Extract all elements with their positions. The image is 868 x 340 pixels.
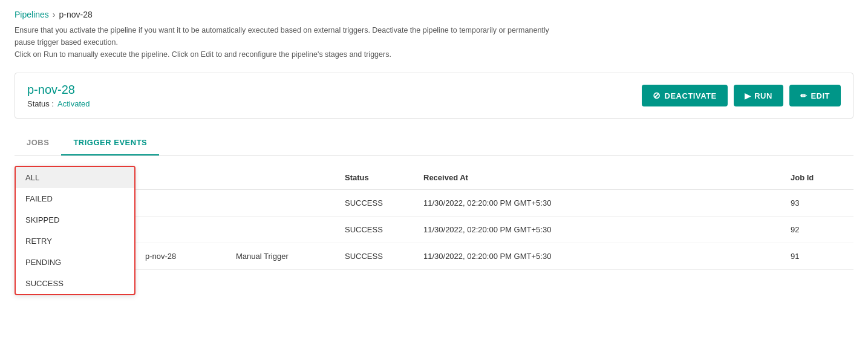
filter-option-retry[interactable]: RETRY <box>16 230 134 252</box>
edit-icon: ✏ <box>800 91 808 100</box>
left-panel: ALL FAILED SKIPPED RETRY PENDING SUCCESS <box>15 166 135 270</box>
right-panel: Status Received At Job Id SUCCESS 11/30/… <box>135 166 853 270</box>
table-row: SUCCESS 11/30/2022, 02:20:00 PM GMT+5:30… <box>135 217 853 243</box>
cell-pipeline-3: p-nov-28 <box>135 252 226 261</box>
edit-label: EDIT <box>811 91 830 100</box>
cell-received-3: 11/30/2022, 02:20:00 PM GMT+5:30 <box>414 252 781 261</box>
col-header-trigger <box>226 173 335 182</box>
pipeline-info: p-nov-28 Status : Activated <box>27 83 90 108</box>
filter-option-pending[interactable]: PENDING <box>16 252 134 273</box>
cell-status-3: SUCCESS <box>335 252 414 261</box>
filter-option-failed[interactable]: FAILED <box>16 188 134 209</box>
col-header-status: Status <box>335 173 414 182</box>
cell-received-2: 11/30/2022, 02:20:00 PM GMT+5:30 <box>414 225 781 234</box>
breadcrumb-pipelines-link[interactable]: Pipelines <box>15 10 49 19</box>
col-header-jobid: Job Id <box>781 173 853 182</box>
status-value: Activated <box>57 99 90 108</box>
run-icon: ▶ <box>745 91 751 100</box>
col-header-received: Received At <box>414 173 781 182</box>
cell-received-1: 11/30/2022, 02:20:00 PM GMT+5:30 <box>414 198 781 208</box>
run-button[interactable]: ▶ RUN <box>734 85 783 106</box>
pipeline-name: p-nov-28 <box>27 83 90 97</box>
tab-trigger-events[interactable]: TRIGGER EVENTS <box>61 131 159 155</box>
filter-option-all[interactable]: ALL <box>16 167 134 188</box>
tabs-container: JOBS TRIGGER EVENTS <box>15 131 853 156</box>
description-line1: Ensure that you activate the pipeline if… <box>15 26 549 47</box>
page-container: Pipelines › p-nov-28 Ensure that you act… <box>0 0 868 340</box>
page-description: Ensure that you activate the pipeline if… <box>15 24 559 60</box>
cell-status-1: SUCCESS <box>335 198 414 208</box>
cell-jobid-2[interactable]: 92 <box>781 225 853 234</box>
cell-jobid-1[interactable]: 93 <box>781 198 853 208</box>
breadcrumb-current: p-nov-28 <box>59 10 93 19</box>
table-row: p-nov-28 Manual Trigger SUCCESS 11/30/20… <box>135 243 853 270</box>
deactivate-label: DEACTIVATE <box>665 91 717 100</box>
filter-option-skipped[interactable]: SKIPPED <box>16 209 134 230</box>
tab-jobs[interactable]: JOBS <box>15 131 61 155</box>
description-line2: Click on Run to manually execute the pip… <box>15 50 391 59</box>
cell-status-2: SUCCESS <box>335 225 414 234</box>
deactivate-icon: ⊘ <box>653 90 661 101</box>
content-area: ALL FAILED SKIPPED RETRY PENDING SUCCESS… <box>15 166 853 270</box>
edit-button[interactable]: ✏ EDIT <box>789 85 841 106</box>
table-row: SUCCESS 11/30/2022, 02:20:00 PM GMT+5:30… <box>135 190 853 217</box>
layout-row: ALL FAILED SKIPPED RETRY PENDING SUCCESS… <box>15 166 853 270</box>
breadcrumb-separator: › <box>53 10 56 19</box>
col-header-pipeline <box>135 173 226 182</box>
status-label: Status : <box>27 99 54 108</box>
status-filter-dropdown[interactable]: ALL FAILED SKIPPED RETRY PENDING SUCCESS <box>15 166 135 295</box>
cell-jobid-3[interactable]: 91 <box>781 252 853 261</box>
deactivate-button[interactable]: ⊘ DEACTIVATE <box>642 85 728 106</box>
pipeline-actions: ⊘ DEACTIVATE ▶ RUN ✏ EDIT <box>642 85 841 106</box>
table-header-row: Status Received At Job Id <box>135 166 853 190</box>
cell-trigger-3: Manual Trigger <box>226 252 335 261</box>
pipeline-status: Status : Activated <box>27 99 90 108</box>
run-label: RUN <box>754 91 772 100</box>
filter-option-success[interactable]: SUCCESS <box>16 273 134 294</box>
breadcrumb: Pipelines › p-nov-28 <box>15 10 853 19</box>
pipeline-header-card: p-nov-28 Status : Activated ⊘ DEACTIVATE… <box>15 73 853 119</box>
